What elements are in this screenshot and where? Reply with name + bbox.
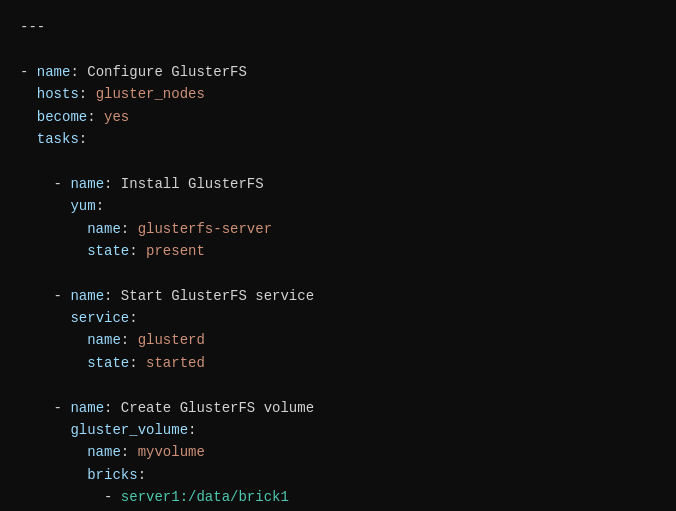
- code-line: gluster_volume:: [20, 419, 656, 441]
- code-line: - name: Create GlusterFS volume: [20, 397, 656, 419]
- code-line: [20, 150, 656, 172]
- code-line: tasks:: [20, 128, 656, 150]
- code-line: [20, 374, 656, 396]
- code-line: become: yes: [20, 106, 656, 128]
- code-line: service:: [20, 307, 656, 329]
- code-editor: --- - name: Configure GlusterFS hosts: g…: [0, 0, 676, 511]
- code-line: [20, 38, 656, 60]
- code-line: state: present: [20, 240, 656, 262]
- code-line: state: started: [20, 352, 656, 374]
- code-line: name: glusterfs-server: [20, 218, 656, 240]
- code-line: [20, 262, 656, 284]
- code-line: hosts: gluster_nodes: [20, 83, 656, 105]
- code-line: - server1:/data/brick1: [20, 486, 656, 508]
- code-line: ---: [20, 16, 656, 38]
- code-line: - name: Start GlusterFS service: [20, 285, 656, 307]
- code-line: - name: Configure GlusterFS: [20, 61, 656, 83]
- code-line: bricks:: [20, 464, 656, 486]
- code-line: name: myvolume: [20, 441, 656, 463]
- code-line: - name: Install GlusterFS: [20, 173, 656, 195]
- code-line: yum:: [20, 195, 656, 217]
- code-line: name: glusterd: [20, 329, 656, 351]
